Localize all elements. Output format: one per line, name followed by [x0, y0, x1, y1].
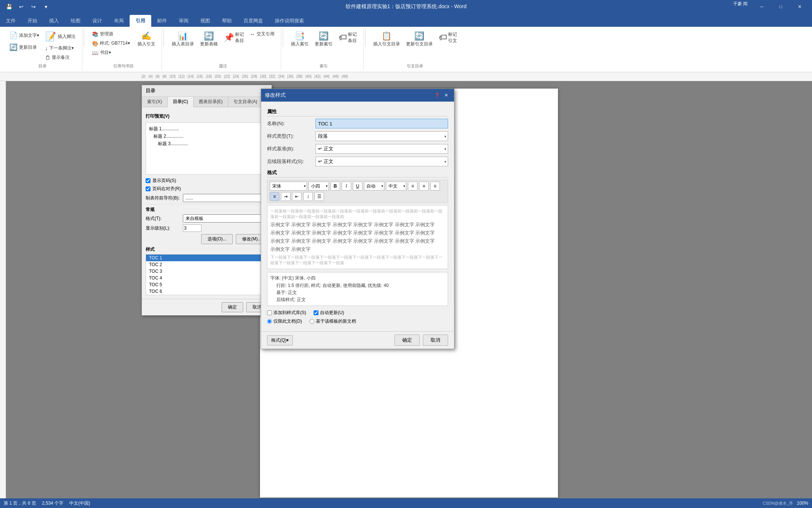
- tab-design[interactable]: 设计: [86, 15, 108, 27]
- style-base-select[interactable]: ↵ 正文 ▾: [315, 144, 448, 154]
- line-spacing-button[interactable]: ↕: [303, 192, 313, 201]
- tab-insert[interactable]: 插入: [43, 15, 65, 27]
- align-center-button[interactable]: ≡: [419, 182, 429, 191]
- modify-ok-button[interactable]: 确定: [394, 335, 420, 346]
- bold-button[interactable]: B: [330, 182, 340, 191]
- toc-tab-toc[interactable]: 目录(C): [168, 97, 194, 107]
- align-right-button[interactable]: ≡: [430, 182, 440, 191]
- toc-style-item-1[interactable]: TOC 1: [146, 255, 267, 261]
- divider-3: [283, 28, 283, 47]
- crossref-icon: ↔: [250, 31, 255, 37]
- level-input[interactable]: [183, 224, 202, 232]
- toc-tab-figures[interactable]: 图表目录(E): [194, 97, 228, 107]
- maximize-button[interactable]: □: [772, 1, 789, 13]
- undo-button[interactable]: ↩: [16, 1, 26, 12]
- toc-style-list[interactable]: TOC 1 TOC 2 TOC 3 TOC 4 TOC 5 TOC 6 TOC …: [146, 254, 268, 295]
- minimize-button[interactable]: ─: [753, 1, 770, 13]
- format-dropdown-button[interactable]: 格式(Q)▾: [267, 335, 293, 345]
- add-to-gallery-checkbox[interactable]: [267, 310, 272, 315]
- tab-references[interactable]: 引用: [130, 15, 151, 27]
- style-type-select[interactable]: 段落 ▾: [315, 131, 448, 141]
- style-base-value: ↵ 正文: [318, 146, 333, 152]
- format-select[interactable]: 来自模板 古典型 精致型: [183, 214, 268, 223]
- lang-select[interactable]: 中文 ▾: [386, 182, 406, 191]
- tab-file[interactable]: 文件: [0, 15, 22, 27]
- footnote-group-label: 引用与书目: [113, 62, 134, 69]
- mark-entry-button[interactable]: 🏷 标记条目: [336, 30, 359, 45]
- index-group-label: 索引: [320, 62, 328, 69]
- toc-style-item-5[interactable]: TOC 5: [146, 281, 267, 288]
- toc-dialog[interactable]: 目录 索引(X) 目录(C) 图表目录(E) 引文目录(A) 打印预览(V) 标…: [142, 85, 272, 316]
- align-justify-button[interactable]: ≡: [270, 192, 279, 201]
- subsequent-value: ↵ 正文: [318, 158, 333, 165]
- update-toc-button[interactable]: 🔄 更新目录: [7, 42, 42, 53]
- font-select[interactable]: 宋体 ▾: [270, 182, 307, 191]
- show-notes-button[interactable]: 🗒显示备注: [42, 53, 78, 62]
- toc-style-item-2[interactable]: TOC 2: [146, 261, 267, 268]
- insert-caption-button[interactable]: 📌 标记条目: [221, 30, 247, 45]
- update-citation-toc-button[interactable]: 🔄 更新引文目录: [403, 30, 435, 49]
- style-base-row: 样式基准(B): ↵ 正文 ▾: [267, 144, 448, 154]
- color-select[interactable]: 自动 ▾: [364, 182, 384, 191]
- indent-less-button[interactable]: ⇤: [292, 192, 302, 201]
- insert-table-list-button[interactable]: 📊 插入表目录: [169, 30, 197, 49]
- bibliography-button[interactable]: 📖书目▾: [89, 48, 133, 57]
- modify-dialog-close-button[interactable]: ✕: [442, 91, 450, 99]
- update-table-button[interactable]: 🔄 更新表格: [197, 30, 221, 49]
- right-align-checkbox[interactable]: [146, 186, 150, 191]
- close-button[interactable]: ✕: [791, 1, 808, 13]
- tab-baidu[interactable]: 百度网盘: [238, 15, 269, 27]
- subsequent-select[interactable]: ↵ 正文 ▾: [315, 157, 448, 166]
- redo-button[interactable]: ↪: [28, 1, 39, 12]
- modify-style-dialog[interactable]: 修改样式 ❓ ✕ 属性 名称(N): TOC 1 样式类型(T): 段落 ▾: [261, 89, 454, 349]
- italic-button[interactable]: I: [342, 182, 351, 191]
- next-footnote-button[interactable]: ↓下一条脚注▾: [42, 44, 78, 52]
- based-template-radio[interactable]: [310, 319, 314, 324]
- toc-tab-index[interactable]: 索引(X): [142, 97, 168, 107]
- manage-source-button[interactable]: 📚管理源: [89, 30, 133, 38]
- cross-ref-button[interactable]: ↔交叉引用: [247, 30, 277, 38]
- align-left-button[interactable]: ≡: [408, 182, 418, 191]
- preview-sample-1: 示例文字 示例文字 示例文字 示例文字 示例文字 示例文字 示例文字 示例文字: [270, 221, 445, 228]
- tab-layout[interactable]: 布局: [108, 15, 130, 27]
- toc-style-item-3[interactable]: TOC 3: [146, 268, 267, 275]
- toc-style-item-7[interactable]: TOC 7: [146, 295, 267, 295]
- insert-footnote-button[interactable]: 📝 插入脚注: [42, 30, 78, 43]
- toc-style-item-6[interactable]: TOC 6: [146, 288, 267, 295]
- insert-toc-button[interactable]: 📄 添加文字▾: [7, 30, 42, 41]
- username: 子豪 闻: [733, 1, 748, 13]
- modify-dialog-help-button[interactable]: ❓: [433, 91, 441, 99]
- tab-home[interactable]: 开始: [22, 15, 43, 27]
- customize-qa-button[interactable]: ▾: [41, 1, 51, 12]
- mark-citation-button[interactable]: 🏷 标记引文: [436, 30, 460, 45]
- caption-group-content: 📊 插入表目录 🔄 更新表格 📌 标记条目 ↔交叉引用: [169, 30, 277, 62]
- size-select[interactable]: 小四 ▾: [308, 182, 329, 191]
- toc-tab-authority[interactable]: 引文目录(A): [228, 97, 263, 107]
- save-button[interactable]: 💾: [4, 1, 14, 12]
- style-button[interactable]: 🎨样式: GB7714▾: [89, 39, 133, 48]
- show-page-checkbox[interactable]: [146, 178, 150, 183]
- tab-view[interactable]: 视图: [194, 15, 216, 27]
- tab-help[interactable]: 帮助: [216, 15, 238, 27]
- zoom-level: 100%: [797, 501, 808, 506]
- toc-options-button[interactable]: 选项(O)...: [201, 234, 233, 244]
- only-doc-radio[interactable]: [267, 319, 272, 324]
- underline-button[interactable]: U: [353, 182, 362, 191]
- tab-mailings[interactable]: 邮件: [151, 15, 173, 27]
- insert-citation-button[interactable]: ✍ 插入引文: [135, 30, 158, 49]
- list-button[interactable]: ☰: [314, 192, 324, 201]
- toc-style-item-4[interactable]: TOC 4: [146, 275, 267, 281]
- insert-index-button[interactable]: 📑 插入索引: [288, 30, 311, 49]
- name-input[interactable]: TOC 1: [315, 119, 448, 128]
- modify-cancel-button[interactable]: 取消: [423, 335, 448, 346]
- tab-draw[interactable]: 绘图: [65, 15, 86, 27]
- update-index-button[interactable]: 🔄 更新索引: [312, 30, 335, 49]
- preview-before-text: 一段落前一段落前一段落前一段落前一段落前一段落前一段落前一段落前一段落前一段落前…: [270, 208, 445, 220]
- insert-citation-toc-button[interactable]: 📋 插入引文目录: [371, 30, 403, 49]
- tab-leader-select[interactable]: ...... ------ ______: [183, 194, 268, 202]
- tab-review[interactable]: 审阅: [173, 15, 194, 27]
- auto-update-checkbox[interactable]: [314, 310, 318, 315]
- toc-ok-button[interactable]: 确定: [222, 302, 243, 312]
- tab-search[interactable]: 操作说明搜索: [269, 15, 310, 27]
- indent-more-button[interactable]: ⇥: [281, 192, 291, 201]
